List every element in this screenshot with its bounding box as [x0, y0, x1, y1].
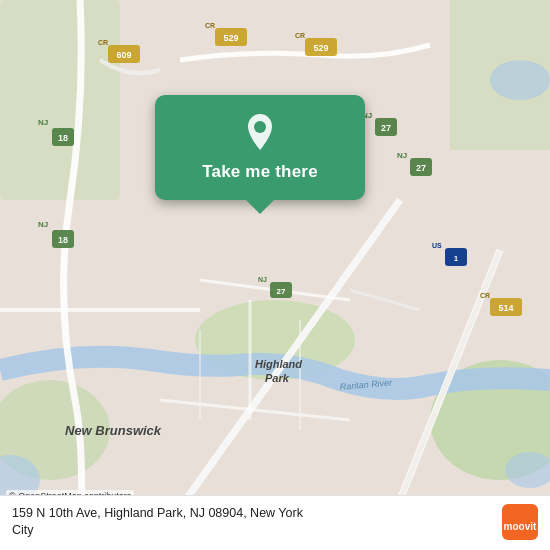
bottom-info-bar: 159 N 10th Ave, Highland Park, NJ 08904,…: [0, 495, 550, 550]
svg-text:moovit: moovit: [504, 521, 537, 532]
address-block: 159 N 10th Ave, Highland Park, NJ 08904,…: [12, 505, 303, 540]
svg-rect-2: [0, 0, 120, 200]
svg-text:NJ: NJ: [258, 276, 267, 283]
take-me-there-button[interactable]: Take me there: [202, 162, 318, 182]
svg-text:18: 18: [58, 133, 68, 143]
svg-text:CR: CR: [205, 22, 215, 29]
svg-text:18: 18: [58, 235, 68, 245]
svg-text:NJ: NJ: [397, 151, 407, 160]
svg-text:CR: CR: [295, 32, 305, 39]
svg-text:609: 609: [116, 50, 131, 60]
map-container: 18 NJ 18 NJ 529 CR 529 CR 609 CR 27 NJ 2…: [0, 0, 550, 550]
svg-text:New Brunswick: New Brunswick: [65, 423, 162, 438]
svg-text:514: 514: [498, 303, 513, 313]
svg-point-6: [490, 60, 550, 100]
svg-text:NJ: NJ: [38, 118, 48, 127]
location-popup: Take me there: [155, 95, 365, 200]
map-background: 18 NJ 18 NJ 529 CR 529 CR 609 CR 27 NJ 2…: [0, 0, 550, 550]
svg-text:CR: CR: [480, 292, 490, 299]
svg-text:529: 529: [223, 33, 238, 43]
moovit-logo: moovit: [502, 504, 538, 540]
svg-text:Park: Park: [265, 372, 290, 384]
address-text: 159 N 10th Ave, Highland Park, NJ 08904,…: [12, 505, 303, 540]
svg-text:1: 1: [454, 254, 459, 263]
svg-text:Highland: Highland: [255, 358, 302, 370]
location-pin-icon: [238, 110, 282, 154]
svg-text:27: 27: [381, 123, 391, 133]
svg-text:US: US: [432, 242, 442, 249]
svg-text:27: 27: [416, 163, 426, 173]
svg-point-54: [254, 121, 266, 133]
svg-text:27: 27: [277, 287, 286, 296]
svg-text:529: 529: [313, 43, 328, 53]
moovit-icon: moovit: [502, 504, 538, 540]
svg-text:CR: CR: [98, 39, 108, 46]
svg-text:NJ: NJ: [38, 220, 48, 229]
